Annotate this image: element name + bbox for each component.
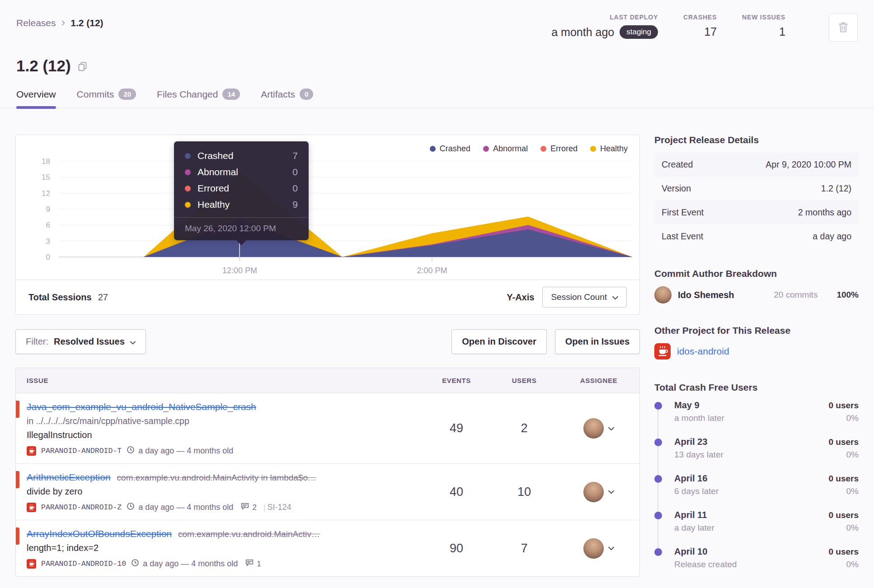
issue-message: IllegalInstruction xyxy=(27,430,418,440)
breadcrumb-current: 1.2 (12) xyxy=(70,18,103,28)
breadcrumb-chevron-icon: › xyxy=(61,16,66,30)
detail-value: Apr 9, 2020 10:00 PM xyxy=(766,159,851,170)
issue-location: in ../../../../src/main/cpp/native-sampl… xyxy=(27,416,418,426)
project-slug-link[interactable]: PARANOID-ANDROID-T xyxy=(41,447,122,455)
tab-commits[interactable]: Commits 20 xyxy=(77,89,136,108)
chevron-down-icon[interactable] xyxy=(608,425,614,433)
timeline-sub: a month later xyxy=(674,413,724,423)
chevron-down-icon xyxy=(130,336,136,347)
issues-filter-dropdown[interactable]: Filter: Resolved Issues xyxy=(15,329,146,354)
stat-new-issues: NEW ISSUES 1 xyxy=(742,14,785,38)
trash-icon xyxy=(837,21,849,35)
timeline-percent: 0% xyxy=(846,560,859,569)
author-avatar xyxy=(654,286,672,303)
issues-filter-bar: Filter: Resolved Issues Open in Discover… xyxy=(15,329,640,354)
other-project-heading: Other Project for This Release xyxy=(654,325,859,336)
divider: | xyxy=(263,503,266,512)
timeline-users: 0 users xyxy=(828,474,859,484)
clock-icon xyxy=(131,559,139,569)
events-count: 90 xyxy=(423,541,490,555)
timeline-users: 0 users xyxy=(828,510,859,520)
stat-crashes: CRASHES 17 xyxy=(683,14,717,38)
timeline-date: April 23 xyxy=(674,437,707,447)
detail-row-created: Created Apr 9, 2020 10:00 PM xyxy=(654,153,859,177)
tab-bar: Overview Commits 20 Files Changed 14 Art… xyxy=(16,89,858,108)
tab-files-changed[interactable]: Files Changed 14 xyxy=(157,89,240,108)
project-icon xyxy=(654,343,671,359)
assignee-avatar[interactable] xyxy=(583,418,604,439)
chart-legend: Crashed Abnormal Errored Healthy xyxy=(430,144,628,154)
legend-item-abnormal[interactable]: Abnormal xyxy=(483,144,528,154)
project-slug-link[interactable]: PARANOID-ANDROID-10 xyxy=(41,560,126,568)
issue-message: divide by zero xyxy=(27,486,418,497)
timeline-item: April 11 0 users a day later 0% xyxy=(654,510,859,546)
copy-icon[interactable] xyxy=(77,61,88,71)
tab-label: Artifacts xyxy=(261,89,295,100)
legend-item-crashed[interactable]: Crashed xyxy=(430,144,470,154)
open-in-issues-button[interactable]: Open in Issues xyxy=(555,329,640,354)
column-header-events: EVENTS xyxy=(423,377,490,384)
crash-free-heading: Total Crash Free Users xyxy=(654,382,859,393)
detail-row-first-event: First Event 2 months ago xyxy=(654,201,859,224)
issue-age: a day ago — 4 months old xyxy=(143,559,238,569)
tooltip-label: Crashed xyxy=(197,150,233,161)
new-issues-value: 1 xyxy=(779,25,785,38)
stat-label: LAST DEPLOY xyxy=(610,14,658,21)
timeline-item: May 9 0 users a month later 0% xyxy=(654,400,859,437)
sessions-area-chart[interactable]: 036912151812:00 PM2:00 PM xyxy=(16,139,639,280)
crashed-dot-icon xyxy=(185,153,191,159)
breadcrumb-releases-link[interactable]: Releases xyxy=(16,18,56,28)
issue-title-link[interactable]: Java_com_example_vu_android_NativeSample… xyxy=(27,401,256,412)
detail-row-last-event: Last Event a day ago xyxy=(654,224,859,248)
comments-count: 1 xyxy=(245,559,261,569)
tab-count-badge: 20 xyxy=(118,89,136,100)
timeline-sub: a day later xyxy=(674,523,714,533)
legend-item-healthy[interactable]: Healthy xyxy=(590,144,628,154)
tooltip-label: Healthy xyxy=(197,199,230,210)
detail-value: 1.2 (12) xyxy=(821,183,851,194)
last-deploy-value: a month ago xyxy=(551,26,614,39)
timeline-sub: Release created xyxy=(674,560,737,569)
other-project-link[interactable]: idos-android xyxy=(677,346,729,357)
chevron-down-icon[interactable] xyxy=(608,544,614,552)
yaxis-selected-value: Session Count xyxy=(551,292,607,302)
users-count: 10 xyxy=(490,485,558,499)
svg-text:2:00 PM: 2:00 PM xyxy=(417,266,447,275)
crashed-dot-icon xyxy=(430,146,436,152)
project-slug-link[interactable]: PARANOID-ANDROID-Z xyxy=(41,503,122,512)
open-in-discover-button[interactable]: Open in Discover xyxy=(451,329,547,354)
delete-release-button[interactable] xyxy=(829,14,858,42)
issue-row: ArithmeticException com.example.vu.andro… xyxy=(16,464,639,520)
issue-title-link[interactable]: ArithmeticException xyxy=(27,472,111,483)
column-header-users: USERS xyxy=(490,377,558,384)
project-icon xyxy=(27,559,36,569)
tooltip-timestamp: May 26, 2020 12:00 PM xyxy=(174,217,309,240)
assignee-avatar[interactable] xyxy=(583,538,604,559)
timeline-date: April 10 xyxy=(674,546,707,557)
timeline-percent: 0% xyxy=(846,523,859,533)
details-heading: Project Release Details xyxy=(654,135,859,145)
tab-artifacts[interactable]: Artifacts 0 xyxy=(261,89,313,108)
healthy-dot-icon xyxy=(185,202,191,208)
yaxis-select[interactable]: Session Count xyxy=(542,287,627,308)
svg-text:18: 18 xyxy=(42,157,50,166)
issue-title-link[interactable]: ArrayIndexOutOfBoundsException xyxy=(27,528,172,539)
tooltip-value: 0 xyxy=(292,183,298,194)
timeline-item: April 16 0 users 6 days later 0% xyxy=(654,473,859,510)
legend-label: Crashed xyxy=(440,144,470,154)
abnormal-dot-icon xyxy=(483,146,489,152)
issue-message: length=1; index=2 xyxy=(27,543,418,553)
stat-label: NEW ISSUES xyxy=(742,14,785,21)
assignee-avatar[interactable] xyxy=(583,482,604,502)
timeline-item: April 10 0 users Release created 0% xyxy=(654,546,859,583)
stat-last-deploy: LAST DEPLOY a month ago staging xyxy=(551,14,658,39)
sessions-chart-card: 036912151812:00 PM2:00 PM Crashed Abnorm… xyxy=(15,135,640,315)
tab-overview[interactable]: Overview xyxy=(16,89,56,108)
breadcrumb: Releases › 1.2 (12) xyxy=(16,14,103,30)
clock-icon xyxy=(127,502,135,513)
users-count: 2 xyxy=(490,421,558,435)
chevron-down-icon[interactable] xyxy=(608,488,614,496)
legend-item-errored[interactable]: Errored xyxy=(540,144,578,154)
issues-table: ISSUE EVENTS USERS ASSIGNEE Java_com_exa… xyxy=(15,368,640,577)
short-id: | SI-124 xyxy=(262,503,291,512)
